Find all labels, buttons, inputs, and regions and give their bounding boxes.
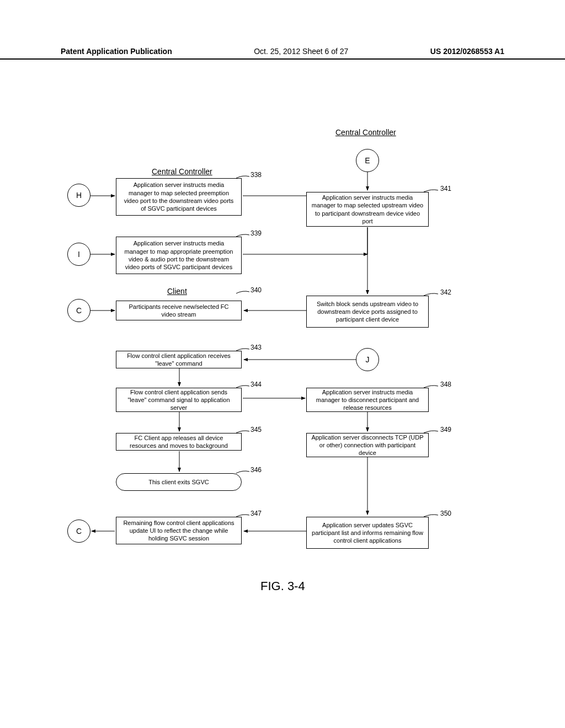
box-342: Switch block sends upstream video to dow… [306, 296, 429, 328]
ref-341: 341 [440, 185, 451, 192]
box-340: Participants receive new/selected FC vid… [116, 301, 242, 320]
ref-339: 339 [250, 229, 262, 237]
box-343: Flow control client application receives… [116, 351, 242, 368]
ref-348: 348 [440, 381, 451, 388]
ref-349: 349 [440, 426, 451, 433]
box-349: Application server disconnects TCP (UDP … [306, 433, 429, 457]
connector-h: H [67, 184, 90, 207]
ref-345: 345 [250, 426, 262, 433]
box-345: FC Client app releases all device resour… [116, 433, 242, 451]
ref-343: 343 [250, 344, 262, 351]
flowchart-diagram: Central Controller Central Controller Cl… [61, 121, 504, 590]
ref-344: 344 [250, 381, 262, 388]
ref-340: 340 [250, 286, 262, 294]
ref-346: 346 [250, 466, 262, 474]
box-341: Application server instructs media manag… [306, 192, 429, 227]
ref-347: 347 [250, 510, 262, 517]
box-338: Application server instructs media manag… [116, 178, 242, 216]
box-348: Application server instructs media manag… [306, 388, 429, 412]
box-347: Remaining flow control client applicatio… [116, 517, 242, 544]
header-right: US 2012/0268553 A1 [430, 47, 504, 56]
figure-label: FIG. 3-4 [260, 579, 305, 593]
box-350: Application server updates SGVC particip… [306, 517, 429, 549]
connector-c2: C [67, 520, 90, 543]
terminator-346: This client exits SGVC [116, 473, 242, 491]
header-center: Oct. 25, 2012 Sheet 6 of 27 [254, 47, 348, 56]
box-339: Application server instructs media manag… [116, 237, 242, 274]
connector-e: E [356, 149, 379, 172]
ref-338: 338 [250, 171, 262, 179]
ref-342: 342 [440, 288, 451, 296]
title-client: Client [167, 287, 187, 296]
title-central-controller-right: Central Controller [335, 128, 396, 137]
box-344: Flow control client application sends "l… [116, 388, 242, 412]
connector-j: J [356, 348, 379, 371]
header-left: Patent Application Publication [61, 47, 172, 56]
title-central-controller-left: Central Controller [152, 167, 212, 176]
connector-i: I [67, 243, 90, 266]
ref-350: 350 [440, 510, 451, 517]
connector-c1: C [67, 299, 90, 322]
